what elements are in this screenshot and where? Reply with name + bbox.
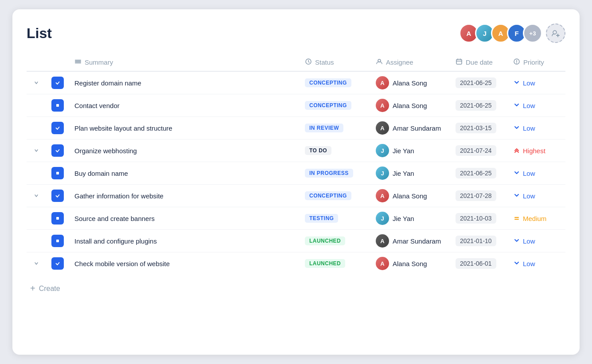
due-date-badge: 2021-07-28 <box>456 190 496 201</box>
assignee-cell: A Alana Song <box>376 99 445 112</box>
priority-icon-chevron-down <box>513 192 520 200</box>
priority-icon-chevron-down <box>513 169 520 178</box>
expand-placeholder <box>32 236 41 245</box>
assignee-name: Jie Yan <box>393 147 414 155</box>
svg-rect-2 <box>75 61 81 62</box>
task-summary: Organize webhosting <box>69 139 300 162</box>
task-icon <box>51 235 64 247</box>
priority-cell: Low <box>513 169 560 178</box>
assignee-avatar: A <box>376 76 389 89</box>
expand-placeholder <box>32 124 41 132</box>
priority-label: Medium <box>523 215 546 222</box>
priority-cell: Medium <box>513 214 560 223</box>
priority-icon-chevron-down <box>513 237 520 245</box>
priority-icon-chevron-down <box>513 259 520 268</box>
assignee-avatar: A <box>376 121 389 135</box>
task-summary: Register domain name <box>69 71 300 94</box>
status-badge: CONCEPTING <box>305 101 351 110</box>
task-summary: Buy domain name <box>69 162 300 185</box>
assignee-avatar: A <box>376 257 389 270</box>
status-badge: LAUNCHED <box>305 259 345 268</box>
table-row[interactable]: Plan website layout and structureIN REVI… <box>27 117 565 139</box>
due-date-badge: 2021-10-03 <box>456 213 496 224</box>
assignee-avatar: J <box>376 144 389 157</box>
table-row[interactable]: Source and create bannersTESTING J Jie Y… <box>27 207 565 230</box>
task-summary: Source and create banners <box>69 207 300 230</box>
expand-button[interactable] <box>32 191 41 200</box>
assignee-avatar: A <box>376 189 389 202</box>
task-summary: Contact vendor <box>69 94 300 117</box>
priority-icon-chevron-down <box>513 124 520 132</box>
status-icon <box>305 58 312 66</box>
assignee-name: Alana Song <box>393 102 427 109</box>
svg-rect-18 <box>514 217 519 218</box>
task-icon <box>51 212 64 225</box>
due-date-badge: 2021-06-01 <box>456 258 496 269</box>
priority-label: Low <box>523 170 535 177</box>
status-badge: IN PROGRESS <box>305 169 353 178</box>
add-user-button[interactable] <box>546 23 565 43</box>
priority-cell: Low <box>513 237 560 245</box>
due-date-badge: 2021-03-15 <box>456 123 496 133</box>
th-summary: Summary <box>69 54 300 71</box>
due-date-badge: 2021-06-25 <box>456 77 496 88</box>
table-row[interactable]: Install and configure pluginsLAUNCHED A … <box>27 230 565 252</box>
status-badge: IN REVIEW <box>305 124 343 132</box>
table-row[interactable]: Check mobile version of websiteLAUNCHED … <box>27 252 565 275</box>
assignee-cell: A Amar Sundaram <box>376 121 445 135</box>
priority-cell: Low <box>513 124 560 132</box>
priority-icon <box>513 58 520 66</box>
due-date-badge: 2021-07-24 <box>456 145 496 156</box>
task-icon <box>51 122 64 134</box>
expand-placeholder <box>32 169 41 178</box>
duedate-icon <box>456 58 463 66</box>
priority-label: Low <box>523 124 535 132</box>
th-icon <box>46 54 69 71</box>
task-summary: Plan website layout and structure <box>69 117 300 139</box>
svg-rect-21 <box>56 240 59 242</box>
svg-rect-17 <box>56 217 59 220</box>
assignee-name: Alana Song <box>393 79 427 87</box>
task-icon <box>51 144 64 157</box>
status-badge: CONCEPTING <box>305 78 351 87</box>
page-title: List <box>27 25 52 42</box>
expand-button[interactable] <box>32 78 41 87</box>
status-badge: TO DO <box>305 146 331 155</box>
priority-icon-chevron-down <box>513 79 520 87</box>
expand-placeholder <box>32 101 41 110</box>
task-summary: Install and configure plugins <box>69 230 300 252</box>
table-row[interactable]: Register domain nameCONCEPTING A Alana S… <box>27 71 565 94</box>
table-row[interactable]: Organize webhostingTO DO J Jie Yan 2021-… <box>27 139 565 162</box>
th-expand <box>27 54 46 71</box>
svg-rect-19 <box>514 219 519 220</box>
svg-rect-6 <box>456 59 462 64</box>
svg-rect-10 <box>56 104 59 107</box>
priority-icon-chevron-up-double <box>513 147 520 155</box>
svg-rect-1 <box>75 60 81 61</box>
task-table: Summary Status <box>27 54 565 275</box>
priority-icon-equals <box>513 214 520 223</box>
assignee-name: Jie Yan <box>393 170 414 177</box>
table-row[interactable]: Buy domain nameIN PROGRESS J Jie Yan 202… <box>27 162 565 185</box>
priority-cell: Low <box>513 101 560 110</box>
th-status-label: Status <box>315 58 334 66</box>
priority-label: Low <box>523 192 535 200</box>
assignee-avatar: A <box>376 99 389 112</box>
priority-label: Low <box>523 237 535 245</box>
task-icon <box>51 99 64 112</box>
expand-button[interactable] <box>32 146 41 155</box>
priority-cell: Highest <box>513 147 560 155</box>
priority-cell: Low <box>513 192 560 200</box>
assignee-name: Amar Sundaram <box>393 124 441 132</box>
table-row[interactable]: Gather information for websiteCONCEPTING… <box>27 185 565 207</box>
expand-button[interactable] <box>32 259 41 268</box>
priority-label: Low <box>523 79 535 87</box>
assignee-avatar: J <box>376 167 389 180</box>
table-row[interactable]: Contact vendorCONCEPTING A Alana Song 20… <box>27 94 565 117</box>
due-date-badge: 2021-06-25 <box>456 100 496 111</box>
task-icon <box>51 77 64 89</box>
create-button[interactable]: + Create <box>27 282 565 295</box>
task-summary: Check mobile version of website <box>69 252 300 275</box>
due-date-badge: 2021-06-25 <box>456 168 496 178</box>
task-summary: Gather information for website <box>69 185 300 207</box>
